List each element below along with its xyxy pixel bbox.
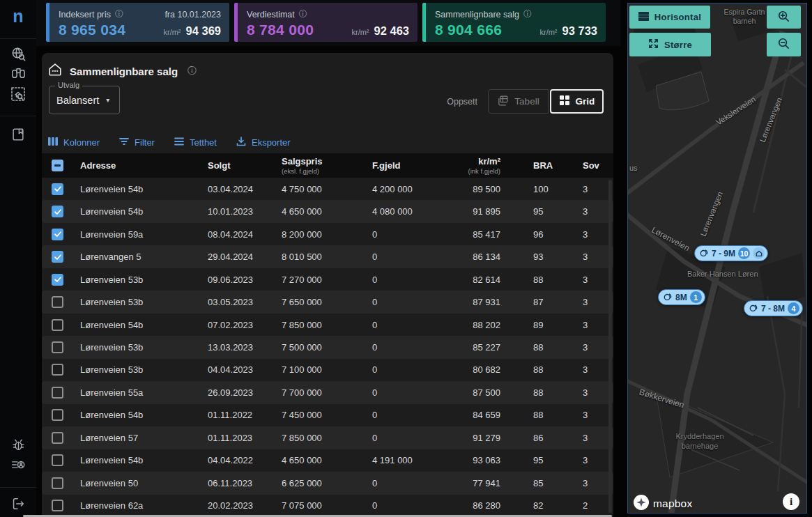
- row-checkbox[interactable]: [52, 251, 63, 263]
- mapbox-logo-icon[interactable]: [634, 495, 649, 513]
- marker-count-badge: 10: [738, 247, 750, 259]
- map-info-button[interactable]: i: [783, 493, 799, 510]
- cell-sov: 2: [572, 500, 613, 511]
- col-header-solgt[interactable]: Solgt: [201, 160, 275, 171]
- map-marker-cluster[interactable]: 7 - 8M 4: [744, 300, 803, 316]
- sidebar-item-logout[interactable]: [6, 496, 30, 514]
- table-row[interactable]: Lørenvangen 529.04.20248 010 500086 1349…: [42, 245, 613, 268]
- cell-sov: 3: [572, 297, 613, 307]
- cell-bra: 85: [500, 478, 572, 488]
- columns-button[interactable]: Kolonner: [47, 136, 100, 149]
- cell-solgt: 08.04.2024: [201, 229, 275, 240]
- table-row[interactable]: Lørenveien 54b04.04.20224 650 0004 191 0…: [42, 449, 613, 472]
- row-checkbox[interactable]: [52, 454, 63, 466]
- table-row[interactable]: Lørenveien 55a26.09.20237 700 000087 500…: [42, 381, 613, 403]
- zoom-in-button[interactable]: [767, 6, 801, 29]
- table-row[interactable]: Lørenveien 54b01.11.20227 450 000084 659…: [42, 404, 613, 426]
- col-header-krm2[interactable]: kr/m² (ink f.gjeld): [453, 156, 500, 175]
- sidebar-item-journal[interactable]: [6, 127, 30, 145]
- table-row[interactable]: Lørenveien 53b03.05.20237 650 000087 931…: [42, 291, 613, 313]
- col-header-fgjeld[interactable]: F.gjeld: [365, 160, 453, 171]
- table-row[interactable]: Lørenveien 53b04.04.20237 100 000080 682…: [42, 359, 613, 381]
- table-row[interactable]: Lørenveien 54b07.02.20237 850 000088 202…: [42, 314, 613, 336]
- cell-sov: 3: [572, 433, 613, 443]
- horizontal-scrollbar[interactable]: [23, 515, 612, 517]
- cell-solgt: 29.04.2024: [201, 252, 275, 262]
- cell-adresse: Lørenveien 54b: [73, 410, 201, 420]
- row-checkbox[interactable]: [52, 183, 63, 195]
- col-header-adresse[interactable]: Adresse: [73, 160, 201, 171]
- row-checkbox[interactable]: [52, 477, 63, 489]
- mapbox-wordmark[interactable]: mapbox: [653, 497, 692, 510]
- table-row[interactable]: Lørenveien 5006.11.20236 625 000077 9418…: [42, 472, 613, 494]
- col-header-sov[interactable]: Sov: [572, 160, 613, 171]
- cell-solgt: 03.04.2024: [201, 184, 275, 194]
- cell-fgjeld: 0: [365, 410, 453, 420]
- enlarge-map-button[interactable]: Større: [629, 33, 711, 56]
- filter-button[interactable]: Filter: [118, 136, 155, 149]
- card-note: fra 10.01.2023: [164, 10, 221, 20]
- sidebar-item-map-search[interactable]: [6, 46, 30, 64]
- row-checkbox[interactable]: [52, 206, 63, 217]
- row-checkbox[interactable]: [52, 229, 63, 240]
- row-checkbox[interactable]: [52, 296, 63, 308]
- table-row[interactable]: Lørenveien 54b10.01.20234 650 0004 080 0…: [42, 200, 613, 222]
- card-label: Indeksert pris: [59, 10, 111, 20]
- density-button[interactable]: Tetthet: [174, 136, 217, 149]
- map-marker-cluster[interactable]: 8M 1: [658, 289, 705, 305]
- table-row[interactable]: Lørenveien 53b09.06.20237 270 000082 614…: [42, 268, 613, 291]
- table-row[interactable]: Lørenveien 59a08.04.20248 200 000085 417…: [42, 223, 613, 245]
- horizontal-layout-button[interactable]: Horisontal: [629, 6, 710, 29]
- row-checkbox[interactable]: [52, 341, 63, 353]
- cell-fgjeld: 0: [365, 500, 453, 511]
- map-marker-cluster[interactable]: 7 - 9M 10: [694, 245, 768, 261]
- stat-card-indeksert-pris: Indeksert prisⓘ fra 10.01.2023 8 965 034…: [46, 3, 229, 42]
- info-icon[interactable]: ⓘ: [115, 8, 123, 20]
- app-logo[interactable]: n: [6, 6, 30, 26]
- view-toggle-grid[interactable]: Grid: [550, 89, 604, 114]
- cell-krm2: 80 682: [453, 364, 500, 375]
- zoom-out-button[interactable]: [767, 33, 801, 56]
- cell-salgspris: 8 010 500: [275, 252, 365, 262]
- cell-solgt: 09.06.2023: [201, 275, 275, 285]
- sidebar-item-accounts[interactable]: [6, 457, 30, 475]
- columns-icon: [47, 136, 59, 149]
- view-toggle-tabell[interactable]: Tabell: [488, 89, 549, 114]
- cell-bra: 82: [500, 500, 572, 511]
- card-unit: kr/m²: [351, 28, 369, 36]
- sidebar-item-debug[interactable]: [6, 437, 30, 455]
- info-icon[interactable]: ⓘ: [187, 65, 197, 77]
- row-checkbox[interactable]: [52, 409, 63, 421]
- cell-adresse: Lørenveien 54b: [73, 320, 201, 330]
- grid-view-icon: [559, 95, 570, 108]
- utvalg-select[interactable]: Utvalg Balansert ▾: [49, 86, 120, 114]
- row-checkbox[interactable]: [52, 500, 63, 511]
- cell-salgspris: 7 850 000: [275, 433, 365, 443]
- card-value: 8 904 666: [435, 22, 502, 38]
- row-checkbox[interactable]: [52, 387, 63, 399]
- info-icon[interactable]: ⓘ: [523, 8, 532, 20]
- book-icon: [10, 127, 26, 145]
- export-button[interactable]: Eksporter: [236, 136, 291, 149]
- row-checkbox[interactable]: [52, 319, 63, 331]
- col-header-salgspris[interactable]: Salgspris (eksl. f.gjeld): [275, 156, 365, 175]
- map-panel[interactable]: Espira Gartn barneh Vekslerveien Lørenva…: [627, 3, 807, 514]
- vertical-scrollbar[interactable]: [608, 180, 612, 513]
- info-icon[interactable]: ⓘ: [299, 8, 307, 20]
- table-row[interactable]: Lørenveien 53b13.03.20237 500 000085 227…: [42, 336, 613, 358]
- row-checkbox[interactable]: [52, 274, 63, 286]
- sidebar-item-explore[interactable]: [6, 65, 30, 84]
- view-tabell-label: Tabell: [514, 96, 539, 107]
- row-checkbox[interactable]: [52, 432, 63, 444]
- sidebar-item-area-search[interactable]: [6, 86, 30, 105]
- card-unit: kr/m²: [539, 28, 557, 36]
- table-row[interactable]: Lørenveien 62a20.02.20237 075 000086 280…: [42, 495, 613, 517]
- table-row[interactable]: Lørenveien 54b03.04.20244 750 0004 200 0…: [42, 178, 613, 200]
- table-row[interactable]: Lørenveien 5701.11.20237 850 000091 2798…: [42, 426, 613, 449]
- cell-fgjeld: 0: [365, 364, 453, 375]
- select-all-checkbox[interactable]: [52, 160, 63, 171]
- cell-salgspris: 4 650 000: [275, 455, 365, 465]
- row-checkbox[interactable]: [52, 364, 63, 376]
- col-header-bra[interactable]: BRA: [500, 160, 572, 171]
- sidebar: n: [0, 0, 36, 517]
